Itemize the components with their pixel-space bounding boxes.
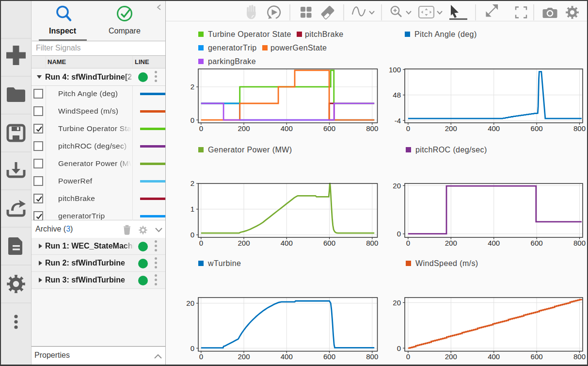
svg-text:2: 2 xyxy=(191,179,194,187)
svg-text:800: 800 xyxy=(573,124,586,133)
svg-text:0: 0 xyxy=(406,239,410,247)
svg-text:600: 600 xyxy=(531,124,543,133)
svg-text:800: 800 xyxy=(573,352,586,361)
svg-text:200: 200 xyxy=(238,124,250,133)
svg-text:0: 0 xyxy=(191,116,194,124)
svg-text:20: 20 xyxy=(186,299,194,307)
svg-text:800: 800 xyxy=(366,352,378,361)
svg-text:800: 800 xyxy=(366,124,378,133)
svg-text:200: 200 xyxy=(445,124,457,133)
svg-text:20: 20 xyxy=(393,299,401,307)
svg-text:600: 600 xyxy=(531,239,543,247)
svg-text:200: 200 xyxy=(445,352,457,361)
svg-text:400: 400 xyxy=(488,124,500,133)
svg-text:0: 0 xyxy=(397,344,401,352)
svg-text:0: 0 xyxy=(199,124,203,133)
svg-text:600: 600 xyxy=(323,124,335,133)
svg-text:400: 400 xyxy=(281,124,293,133)
svg-text:0: 0 xyxy=(406,124,410,133)
svg-text:600: 600 xyxy=(531,352,543,361)
svg-text:800: 800 xyxy=(366,239,378,247)
svg-text:48: 48 xyxy=(393,91,401,99)
svg-text:100: 100 xyxy=(389,66,401,74)
svg-text:400: 400 xyxy=(281,239,293,247)
svg-text:2: 2 xyxy=(191,83,194,91)
svg-text:200: 200 xyxy=(445,239,457,247)
svg-text:400: 400 xyxy=(281,352,293,361)
svg-text:0: 0 xyxy=(406,352,410,361)
svg-text:600: 600 xyxy=(323,239,335,247)
svg-text:400: 400 xyxy=(488,352,500,361)
svg-text:0: 0 xyxy=(191,344,194,352)
svg-text:1: 1 xyxy=(191,205,194,213)
svg-text:600: 600 xyxy=(323,352,335,361)
svg-text:0: 0 xyxy=(191,231,194,239)
svg-text:200: 200 xyxy=(238,352,250,361)
svg-text:0: 0 xyxy=(199,239,203,247)
svg-text:0: 0 xyxy=(397,230,401,238)
svg-text:-4: -4 xyxy=(395,116,401,125)
svg-text:400: 400 xyxy=(488,239,500,247)
svg-text:0: 0 xyxy=(199,352,203,361)
svg-text:200: 200 xyxy=(238,239,250,247)
svg-text:20: 20 xyxy=(393,182,401,190)
svg-text:800: 800 xyxy=(573,239,586,247)
